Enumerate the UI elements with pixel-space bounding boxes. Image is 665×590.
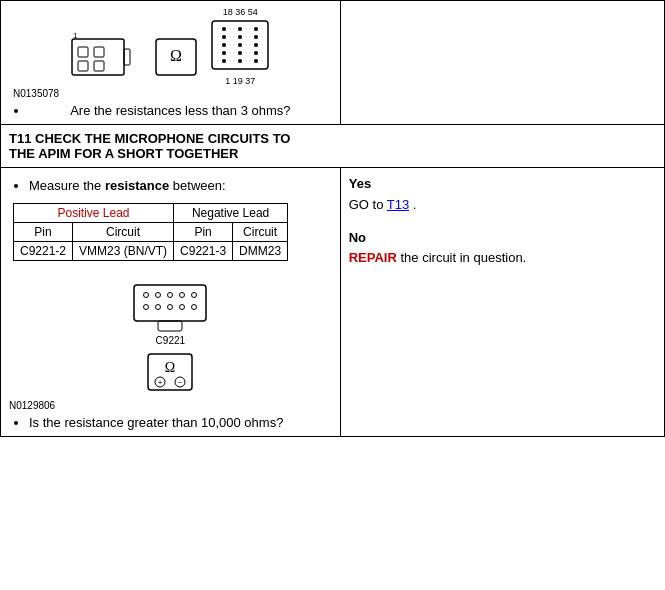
svg-point-34 bbox=[180, 305, 185, 310]
svg-point-20 bbox=[254, 27, 258, 31]
yes-block: Yes GO to T13 . bbox=[349, 174, 656, 216]
svg-rect-5 bbox=[124, 49, 130, 65]
svg-point-12 bbox=[222, 43, 226, 47]
svg-rect-1 bbox=[78, 47, 88, 57]
svg-point-30 bbox=[192, 293, 197, 298]
bottom-n-label: N0129806 bbox=[9, 400, 332, 411]
svg-rect-4 bbox=[94, 61, 104, 71]
yes-text: GO to bbox=[349, 197, 384, 212]
svg-point-21 bbox=[254, 35, 258, 39]
measurement-table: Positive Lead Negative Lead Pin Circuit … bbox=[13, 203, 288, 261]
left-connector-diagram: 1 bbox=[70, 31, 142, 86]
yes-period: . bbox=[413, 197, 417, 212]
svg-point-24 bbox=[254, 59, 258, 63]
svg-point-10 bbox=[222, 27, 226, 31]
yes-label: Yes bbox=[349, 176, 371, 191]
right-connector-diagram: 18 36 54 bbox=[210, 7, 270, 86]
repair-text: REPAIR bbox=[349, 250, 397, 265]
measure-instruction-list: Measure the resistance between: bbox=[9, 178, 332, 193]
svg-rect-36 bbox=[158, 321, 182, 331]
col-pin-pos: Pin bbox=[14, 223, 73, 242]
svg-text:1: 1 bbox=[73, 31, 78, 40]
row1-circuit-neg: DMM23 bbox=[233, 242, 288, 261]
section-title-line1: T11 CHECK THE MICROPHONE CIRCUITS TO bbox=[9, 131, 290, 146]
no-label: No bbox=[349, 230, 366, 245]
svg-text:Ω: Ω bbox=[170, 47, 182, 64]
top-n-label: N0135078 bbox=[13, 88, 336, 99]
svg-point-31 bbox=[144, 305, 149, 310]
row1-pin-neg: C9221-3 bbox=[174, 242, 233, 261]
no-text: the circuit in question. bbox=[400, 250, 526, 265]
svg-point-35 bbox=[192, 305, 197, 310]
svg-point-15 bbox=[238, 27, 242, 31]
svg-text:−: − bbox=[178, 378, 183, 387]
bottom-right-cell: Yes GO to T13 . No REPAIR the circuit in… bbox=[340, 168, 664, 437]
negative-lead-header: Negative Lead bbox=[174, 204, 288, 223]
top-question: Are the resistances less than 3 ohms? bbox=[29, 103, 332, 118]
numbers-top: 18 36 54 bbox=[210, 7, 270, 17]
svg-text:+: + bbox=[158, 378, 163, 387]
row1-pin-pos: C9221-2 bbox=[14, 242, 73, 261]
connector-diagrams: 1 Ω 18 36 54 bbox=[9, 7, 332, 86]
measure-instruction: Measure the resistance between: bbox=[29, 178, 332, 193]
svg-point-32 bbox=[156, 305, 161, 310]
svg-text:Ω: Ω bbox=[165, 360, 175, 375]
svg-point-33 bbox=[168, 305, 173, 310]
resistance-word: resistance bbox=[105, 178, 169, 193]
svg-point-16 bbox=[238, 35, 242, 39]
top-question-list: Are the resistances less than 3 ohms? bbox=[9, 103, 332, 118]
svg-rect-25 bbox=[134, 285, 206, 321]
svg-point-11 bbox=[222, 35, 226, 39]
no-block: No REPAIR the circuit in question. bbox=[349, 228, 656, 270]
svg-rect-2 bbox=[94, 47, 104, 57]
svg-point-19 bbox=[238, 59, 242, 63]
svg-point-29 bbox=[180, 293, 185, 298]
svg-point-18 bbox=[238, 51, 242, 55]
col-pin-neg: Pin bbox=[174, 223, 233, 242]
section-header: T11 CHECK THE MICROPHONE CIRCUITS TO THE… bbox=[1, 125, 665, 168]
svg-point-17 bbox=[238, 43, 242, 47]
svg-point-28 bbox=[168, 293, 173, 298]
top-left-cell: 1 Ω 18 36 54 bbox=[1, 1, 341, 125]
col-circuit-neg: Circuit bbox=[233, 223, 288, 242]
bottom-question: Is the resistance greater than 10,000 oh… bbox=[29, 415, 332, 430]
yes-link[interactable]: T13 bbox=[387, 197, 409, 212]
bottom-question-list: Is the resistance greater than 10,000 oh… bbox=[9, 415, 332, 430]
bottom-left-cell: Measure the resistance between: Positive… bbox=[1, 168, 341, 437]
positive-lead-header: Positive Lead bbox=[14, 204, 174, 223]
top-right-cell bbox=[340, 1, 664, 125]
svg-point-23 bbox=[254, 51, 258, 55]
svg-point-22 bbox=[254, 43, 258, 47]
svg-point-26 bbox=[144, 293, 149, 298]
row1-circuit-pos: VMM23 (BN/VT) bbox=[73, 242, 174, 261]
svg-point-14 bbox=[222, 59, 226, 63]
bottom-connector-area: C9221 Ω + − bbox=[9, 267, 332, 394]
section-title-line2: THE APIM FOR A SHORT TOGETHER bbox=[9, 146, 238, 161]
col-circuit-pos: Circuit bbox=[73, 223, 174, 242]
svg-point-13 bbox=[222, 51, 226, 55]
middle-connector-diagram: Ω bbox=[152, 31, 200, 86]
svg-rect-3 bbox=[78, 61, 88, 71]
c9221-label: C9221 bbox=[156, 335, 185, 346]
svg-point-27 bbox=[156, 293, 161, 298]
numbers-bottom: 1 19 37 bbox=[210, 76, 270, 86]
yes-no-section: Yes GO to T13 . No REPAIR the circuit in… bbox=[349, 174, 656, 269]
